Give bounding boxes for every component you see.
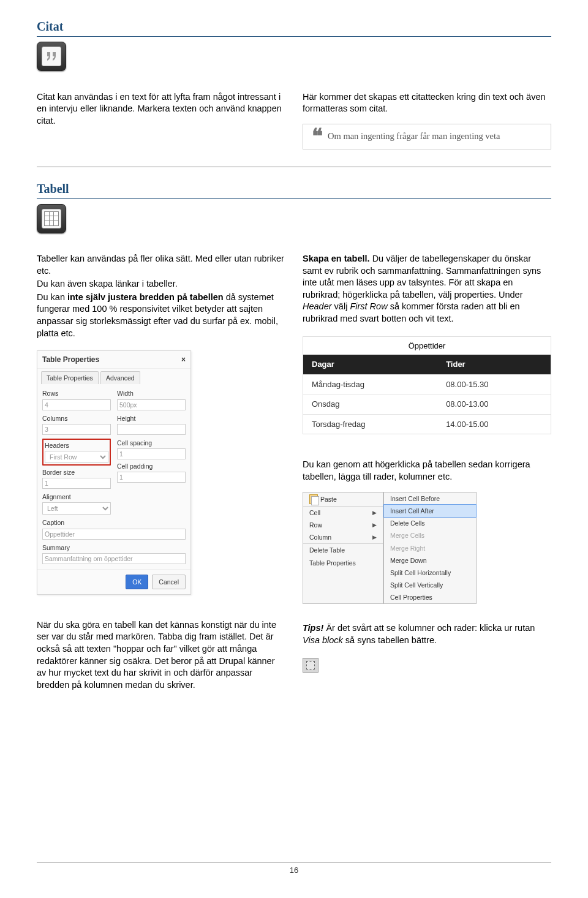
heading-tabell: Tabell: [37, 181, 551, 199]
table-toolbar-button[interactable]: [37, 204, 66, 233]
columns-label: Columns: [42, 414, 111, 423]
close-icon[interactable]: ×: [181, 355, 186, 364]
submenu-merge-down[interactable]: Merge Down: [384, 554, 476, 567]
th-tider: Tider: [437, 355, 551, 374]
alignment-select[interactable]: Left: [42, 502, 111, 515]
chevron-right-icon: ▶: [372, 534, 377, 541]
table-row: Måndag-tisdag 08.00-15.30: [303, 374, 551, 394]
tabell-left-p1: Tabeller kan användas på fler olika sätt…: [37, 253, 285, 277]
chevron-right-icon: ▶: [372, 521, 377, 529]
bottom-left-paragraph: När du ska göra en tabell kan det kännas…: [37, 619, 285, 691]
tabell-left-p3: Du kan inte själv justera bredden på tab…: [37, 292, 285, 339]
tips-paragraph: Tips! Är det svårt att se kolumner och r…: [303, 622, 551, 646]
tabell-right-p1: Skapa en tabell. Du väljer de tabellegen…: [303, 253, 551, 325]
table-row: Onsdag 08.00-13.00: [303, 394, 551, 415]
quote-example: ❝ Om man ingenting frågar får man ingent…: [303, 124, 551, 149]
submenu-delete-cells[interactable]: Delete Cells: [384, 517, 476, 529]
width-label: Width: [117, 389, 186, 398]
show-blocks-icon[interactable]: [303, 658, 318, 673]
tabell-left-p2: Du kan även skapa länkar i tabeller.: [37, 278, 285, 290]
ok-button[interactable]: OK: [126, 575, 148, 589]
border-label: Border size: [42, 468, 111, 477]
example-table-caption: Öppettider: [303, 337, 551, 355]
submenu-insert-before[interactable]: Insert Cell Before: [384, 492, 476, 505]
caption-input[interactable]: [42, 529, 186, 540]
table-row: Torsdag-fredag 14.00-15.00: [303, 414, 551, 434]
divider: [37, 167, 551, 167]
menu-column[interactable]: Column▶: [303, 531, 383, 543]
paste-icon: [309, 494, 318, 504]
cellspacing-label: Cell spacing: [117, 439, 186, 447]
cellpadding-label: Cell padding: [117, 462, 186, 470]
border-input[interactable]: [42, 478, 111, 489]
headers-label: Headers: [45, 441, 108, 450]
context-menu: Paste Cell▶ Row▶ Column▶ Delete Table Ta…: [303, 492, 551, 605]
citat-paragraph-1: Citat kan användas i en text för att lyf…: [37, 91, 285, 127]
alignment-label: Alignment: [42, 492, 111, 501]
tabell-right-p2: Du kan genom att högerklicka på tabellen…: [303, 459, 551, 483]
th-dagar: Dagar: [303, 355, 437, 374]
submenu-merge-right: Merge Right: [384, 542, 476, 554]
cellpadding-input[interactable]: [117, 472, 186, 483]
menu-row[interactable]: Row▶: [303, 519, 383, 531]
chevron-right-icon: ▶: [372, 509, 377, 516]
columns-input[interactable]: [42, 424, 111, 435]
submenu-split-vertical[interactable]: Split Cell Vertically: [384, 579, 476, 591]
width-input[interactable]: [117, 399, 186, 410]
submenu-insert-after[interactable]: Insert Cell After: [383, 504, 477, 518]
citat-paragraph-2: Här kommer det skapas ett citattecken kr…: [303, 91, 551, 115]
menu-delete-table[interactable]: Delete Table: [303, 543, 383, 556]
rows-input[interactable]: [42, 399, 111, 410]
quote-icon: [42, 47, 61, 66]
tab-table-properties[interactable]: Table Properties: [41, 371, 99, 384]
menu-paste[interactable]: Paste: [303, 492, 383, 506]
table-icon: [42, 209, 61, 228]
submenu-split-horizontal[interactable]: Split Cell Horizontally: [384, 567, 476, 579]
quote-text: Om man ingenting frågar får man ingentin…: [328, 130, 500, 143]
heading-citat: Citat: [37, 18, 551, 37]
caption-label: Caption: [42, 518, 186, 527]
submenu-cell-properties[interactable]: Cell Properties: [384, 591, 476, 603]
cancel-button[interactable]: Cancel: [152, 575, 186, 589]
summary-input[interactable]: [42, 553, 186, 564]
dialog-title: Table Properties: [42, 355, 99, 364]
rows-label: Rows: [42, 389, 111, 398]
height-label: Height: [117, 414, 186, 423]
quote-toolbar-button[interactable]: [37, 42, 66, 71]
tab-advanced[interactable]: Advanced: [100, 371, 140, 384]
menu-cell[interactable]: Cell▶: [303, 506, 383, 519]
height-input[interactable]: [117, 424, 186, 435]
page-number: 16: [37, 862, 551, 876]
open-quote-icon: ❝: [312, 131, 323, 141]
submenu-merge-cells: Merge Cells: [384, 529, 476, 541]
menu-table-properties[interactable]: Table Properties: [303, 557, 383, 569]
headers-select[interactable]: First Row: [45, 451, 108, 463]
example-table: Öppettider Dagar Tider Måndag-tisdag 08.…: [303, 336, 551, 435]
cellspacing-input[interactable]: [117, 448, 186, 459]
summary-label: Summary: [42, 543, 186, 552]
table-properties-dialog: Table Properties × Table Properties Adva…: [37, 350, 191, 595]
